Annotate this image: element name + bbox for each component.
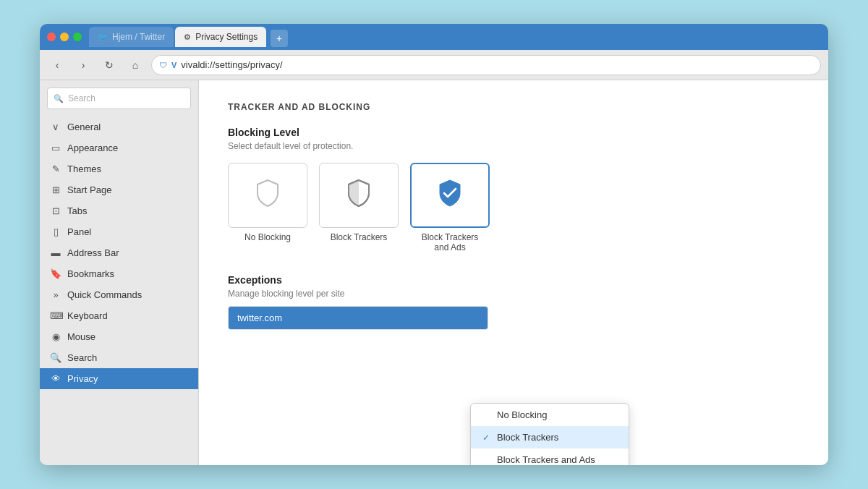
sidebar-item-keyboard[interactable]: ⌨ Keyboard [40, 305, 198, 326]
sidebar-item-bookmarks[interactable]: 🔖 Bookmarks [40, 263, 198, 284]
address-text: vivaldi://settings/privacy/ [181, 59, 282, 70]
tabs-icon: ⊡ [50, 205, 61, 216]
sidebar-item-tabs[interactable]: ⊡ Tabs [40, 200, 198, 221]
exceptions-label: Exceptions [228, 274, 799, 286]
nav-bar: ‹ › ↻ ⌂ 🛡 V vivaldi://settings/privacy/ [40, 50, 828, 80]
block-trackers-ads-shield-icon [437, 179, 463, 213]
sidebar-label-privacy: Privacy [67, 373, 98, 384]
dropdown-label-no-blocking: No Blocking [497, 409, 547, 420]
search-sidebar-icon: 🔍 [50, 352, 61, 363]
sidebar-label-themes: Themes [67, 163, 101, 174]
minimize-button[interactable] [60, 33, 69, 41]
exception-dropdown: No Blocking ✓ Block Trackers Block Track… [470, 403, 629, 465]
title-bar: 🐦 Hjem / Twitter ⚙ Privacy Settings + [40, 24, 828, 50]
sidebar-label-search: Search [67, 352, 97, 363]
back-button[interactable]: ‹ [47, 55, 67, 75]
reload-button[interactable]: ↻ [99, 55, 119, 75]
blocking-cards: No Blocking Block Trackers [228, 163, 799, 252]
sidebar-label-panel: Panel [67, 226, 91, 237]
exception-row-twitter[interactable]: twitter.com [229, 307, 488, 329]
panel-icon: ▯ [50, 226, 61, 237]
sidebar-search[interactable]: 🔍 Search [47, 88, 191, 109]
block-trackers-ads-label: Block Trackersand Ads [422, 232, 479, 252]
exceptions-table: twitter.com [228, 306, 488, 330]
block-trackers-label: Block Trackers [331, 232, 388, 242]
sidebar-label-mouse: Mouse [67, 331, 95, 342]
browser-window: 🐦 Hjem / Twitter ⚙ Privacy Settings + ‹ … [40, 24, 828, 465]
sidebar-item-address-bar[interactable]: ▬ Address Bar [40, 242, 198, 263]
sidebar-label-quick-commands: Quick Commands [67, 289, 142, 300]
sidebar-label-address-bar: Address Bar [67, 247, 119, 258]
twitter-icon: 🐦 [98, 33, 108, 42]
sidebar-item-appearance[interactable]: ▭ Appearance [40, 137, 198, 158]
sidebar-item-themes[interactable]: ✎ Themes [40, 158, 198, 179]
traffic-lights [47, 33, 82, 41]
sidebar-label-keyboard: Keyboard [67, 310, 108, 321]
exceptions-desc: Manage blocking level per site [228, 289, 799, 299]
sidebar-item-privacy[interactable]: 👁 Privacy [40, 368, 198, 389]
sidebar-item-quick-commands[interactable]: » Quick Commands [40, 284, 198, 305]
start-page-icon: ⊞ [50, 184, 61, 195]
tab-twitter[interactable]: 🐦 Hjem / Twitter [89, 27, 174, 47]
close-button[interactable] [47, 33, 56, 41]
bookmarks-icon: 🔖 [50, 268, 61, 279]
sidebar-label-bookmarks: Bookmarks [67, 268, 114, 279]
themes-icon: ✎ [50, 163, 61, 174]
block-trackers-ads-card[interactable] [410, 163, 490, 228]
tabs-row: 🐦 Hjem / Twitter ⚙ Privacy Settings + [89, 27, 821, 47]
dropdown-item-block-trackers-ads[interactable]: Block Trackers and Ads [471, 448, 629, 465]
sidebar-item-start-page[interactable]: ⊞ Start Page [40, 179, 198, 200]
forward-button[interactable]: › [73, 55, 93, 75]
sidebar-item-panel[interactable]: ▯ Panel [40, 221, 198, 242]
block-trackers-container: Block Trackers [319, 163, 399, 252]
settings-icon: ⚙ [184, 33, 191, 42]
search-icon: 🔍 [54, 94, 64, 103]
sidebar-label-appearance: Appearance [67, 143, 118, 153]
tab-privacy-label: Privacy Settings [195, 32, 258, 42]
no-blocking-check [482, 410, 491, 420]
keyboard-icon: ⌨ [50, 310, 61, 321]
dropdown-item-no-blocking[interactable]: No Blocking [471, 404, 629, 426]
block-trackers-card[interactable] [319, 163, 399, 228]
mouse-icon: ◉ [50, 331, 61, 342]
maximize-button[interactable] [73, 33, 82, 41]
address-bar-icon: ▬ [50, 247, 61, 258]
block-trackers-shield-icon [346, 179, 372, 213]
no-blocking-card[interactable] [228, 163, 307, 228]
tab-twitter-label: Hjem / Twitter [112, 32, 165, 42]
dropdown-label-block-trackers-ads: Block Trackers and Ads [497, 454, 595, 465]
vivaldi-v-icon: V [171, 61, 176, 69]
privacy-icon: 👁 [50, 373, 61, 384]
sidebar-item-search[interactable]: 🔍 Search [40, 347, 198, 368]
no-blocking-container: No Blocking [228, 163, 307, 252]
appearance-icon: ▭ [50, 143, 61, 153]
dropdown-label-block-trackers: Block Trackers [497, 432, 558, 443]
quick-commands-icon: » [50, 289, 61, 300]
dropdown-item-block-trackers[interactable]: ✓ Block Trackers [471, 426, 629, 448]
section-title: TRACKER AND AD BLOCKING [228, 102, 799, 112]
sidebar-label-general: General [67, 122, 101, 132]
block-trackers-ads-container: Block Trackersand Ads [410, 163, 490, 252]
sidebar-item-general[interactable]: ∨ General [40, 116, 198, 137]
address-bar[interactable]: 🛡 V vivaldi://settings/privacy/ [151, 55, 821, 75]
block-trackers-check: ✓ [482, 433, 491, 443]
exception-site-twitter: twitter.com [237, 312, 282, 323]
no-blocking-label: No Blocking [244, 232, 291, 242]
new-tab-button[interactable]: + [271, 30, 288, 47]
general-icon: ∨ [50, 122, 61, 132]
sidebar-search-placeholder: Search [68, 93, 95, 103]
shield-address-icon: 🛡 [159, 61, 167, 69]
blocking-level-label: Blocking Level [228, 127, 799, 138]
content-area: TRACKER AND AD BLOCKING Blocking Level S… [199, 80, 828, 465]
no-blocking-shield-icon [255, 179, 281, 213]
home-button[interactable]: ⌂ [125, 55, 145, 75]
tab-privacy-settings[interactable]: ⚙ Privacy Settings [175, 27, 266, 47]
sidebar-label-tabs: Tabs [67, 205, 87, 216]
block-trackers-ads-check [482, 455, 491, 465]
sidebar: 🔍 Search ∨ General ▭ Appearance ✎ Themes… [40, 80, 199, 465]
sidebar-item-mouse[interactable]: ◉ Mouse [40, 326, 198, 347]
main-area: 🔍 Search ∨ General ▭ Appearance ✎ Themes… [40, 80, 828, 465]
blocking-level-desc: Select default level of protection. [228, 141, 799, 151]
sidebar-label-start-page: Start Page [67, 184, 111, 195]
